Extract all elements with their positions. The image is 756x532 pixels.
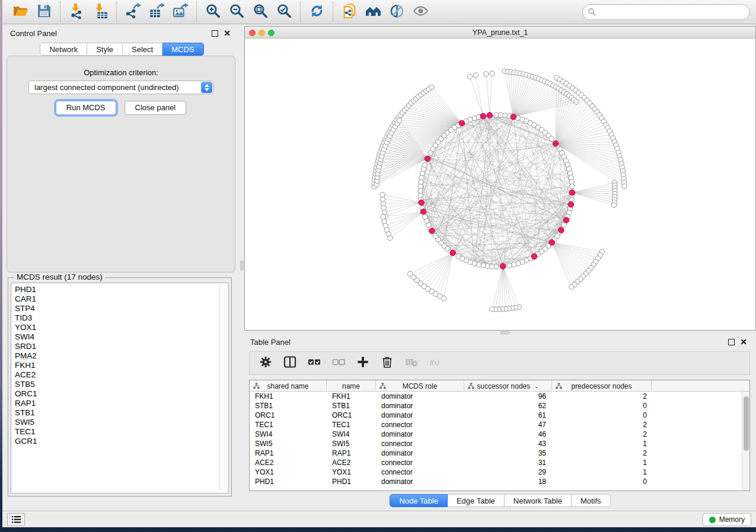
table-cell[interactable]: connector [376, 420, 464, 430]
float-panel-icon[interactable] [212, 30, 218, 37]
delete-row-button[interactable] [379, 355, 395, 371]
table-cell[interactable]: TEC1 [327, 420, 376, 430]
table-cell[interactable]: 35 [464, 448, 552, 458]
mcds-result-item[interactable]: SWI5 [11, 418, 228, 427]
table-cell[interactable]: connector [376, 467, 464, 477]
table-cell[interactable]: YOX1 [250, 467, 327, 477]
table-cell[interactable]: 46 [464, 430, 552, 439]
close-panel-icon[interactable]: ✕ [740, 337, 747, 347]
mcds-result-item[interactable]: YOX1 [11, 323, 228, 332]
table-cell[interactable]: SWI5 [327, 439, 376, 448]
zoom-fit-button[interactable] [248, 1, 272, 23]
table-cell[interactable]: 31 [464, 458, 552, 467]
table-cell[interactable]: 0 [552, 477, 652, 486]
mcds-hub-node[interactable] [549, 239, 555, 245]
table-cell[interactable]: 47 [464, 420, 552, 430]
column-header-predecessor-nodes[interactable]: predecessor nodes [552, 380, 652, 392]
network-window-titlebar[interactable]: YPA_prune.txt_1 [245, 27, 755, 39]
mcds-result-item[interactable]: ORC1 [11, 389, 228, 399]
table-cell[interactable]: 2 [552, 392, 652, 401]
mcds-hub-node[interactable] [480, 113, 486, 119]
mcds-hub-node[interactable] [531, 254, 537, 259]
mcds-result-item[interactable]: ACE2 [11, 370, 228, 380]
table-cell[interactable]: 43 [464, 439, 552, 448]
table-cell[interactable]: STB1 [250, 401, 327, 411]
table-cell[interactable]: dominator [376, 448, 464, 458]
horizontal-splitter[interactable] [244, 331, 756, 335]
run-mcds-button[interactable]: Run MCDS [56, 101, 116, 115]
table-cell[interactable]: ACE2 [250, 458, 327, 467]
table-cell[interactable]: dominator [376, 392, 464, 401]
tab-edge-table[interactable]: Edge Table [448, 494, 505, 507]
zoom-in-button[interactable] [201, 1, 225, 23]
splitter-grip[interactable] [500, 331, 510, 334]
export-network-button[interactable] [121, 1, 145, 23]
open-button[interactable] [8, 1, 32, 23]
table-cell[interactable]: dominator [376, 477, 464, 486]
table-cell[interactable]: 96 [464, 392, 552, 401]
tab-node-table[interactable]: Node Table [390, 494, 448, 507]
mcds-result-item[interactable]: PHD1 [11, 285, 228, 294]
hide-graphics-details-button[interactable] [385, 1, 409, 23]
table-cell[interactable]: SWI4 [327, 430, 376, 439]
deselect-all-button[interactable] [331, 355, 346, 371]
mcds-result-item[interactable]: STP4 [11, 304, 228, 313]
mcds-result-item[interactable]: GCR1 [11, 437, 228, 446]
network-canvas[interactable] [245, 39, 755, 330]
mcds-hub-node[interactable] [500, 264, 506, 270]
import-table-button[interactable] [88, 1, 112, 23]
mcds-result-item[interactable]: SWI4 [11, 332, 228, 342]
mcds-result-item[interactable]: CAR1 [11, 294, 228, 304]
share-document-button[interactable] [337, 1, 361, 23]
splitter-grip[interactable] [240, 261, 244, 270]
mcds-result-item[interactable]: STB5 [11, 380, 228, 389]
table-row[interactable]: ACE2ACE2connector311 [250, 458, 749, 467]
table-cell[interactable]: ORC1 [250, 411, 327, 420]
mcds-hub-node[interactable] [487, 113, 493, 118]
show-graphics-details-button[interactable] [409, 1, 432, 23]
mcds-result-item[interactable]: STB1 [11, 408, 228, 418]
table-row[interactable]: RAP1RAP1dominator352 [250, 448, 749, 458]
column-header-successor-nodes[interactable]: successor nodes⌄ [464, 380, 552, 392]
export-table-button[interactable] [145, 1, 168, 23]
table-cell[interactable]: STB1 [327, 401, 376, 411]
table-row[interactable]: FKH1FKH1dominator962 [250, 392, 749, 401]
mcds-hub-node[interactable] [459, 120, 465, 126]
table-cell[interactable]: 2 [552, 430, 652, 439]
table-cell[interactable]: 29 [464, 467, 552, 477]
mcds-hub-node[interactable] [563, 217, 569, 223]
table-cell[interactable]: 62 [464, 401, 552, 411]
table-scrollbar[interactable] [742, 392, 749, 491]
table-cell[interactable]: ORC1 [327, 411, 376, 420]
mcds-hub-node[interactable] [559, 227, 564, 233]
table-cell[interactable]: 61 [464, 411, 552, 420]
table-row[interactable]: STB1STB1dominator620 [250, 401, 749, 411]
mcds-hub-node[interactable] [450, 250, 456, 256]
add-row-button[interactable] [355, 355, 371, 371]
list-scrollbar[interactable] [219, 286, 227, 491]
table-cell[interactable]: RAP1 [250, 448, 327, 458]
tab-style[interactable]: Style [87, 43, 123, 56]
optimization-criterion-select[interactable]: largest connected component (undirected) [28, 81, 213, 94]
table-cell[interactable]: SWI4 [250, 430, 327, 439]
mcds-result-item[interactable]: FKH1 [11, 361, 228, 370]
tab-mcds[interactable]: MCDS [162, 43, 203, 56]
mcds-hub-node[interactable] [553, 141, 559, 147]
search-box[interactable] [582, 4, 750, 20]
column-header-MCDS-role[interactable]: MCDS role [376, 380, 464, 392]
mcds-result-item[interactable]: PMA2 [11, 351, 228, 361]
table-cell[interactable]: 1 [552, 439, 652, 448]
table-cell[interactable]: 0 [552, 401, 652, 411]
tab-motifs[interactable]: Motifs [572, 494, 611, 507]
table-row[interactable]: YOX1YOX1connector291 [250, 467, 749, 477]
zoom-out-button[interactable] [225, 1, 248, 23]
mcds-result-item[interactable]: TEC1 [11, 427, 228, 437]
table-cell[interactable]: 0 [552, 411, 652, 420]
tab-network[interactable]: Network [40, 43, 87, 56]
table-cell[interactable]: PHD1 [250, 477, 327, 486]
table-cell[interactable]: SWI5 [250, 439, 327, 448]
vertical-splitter[interactable] [240, 26, 244, 510]
task-history-button[interactable] [7, 513, 25, 526]
table-cell[interactable]: FKH1 [327, 392, 376, 401]
table-row[interactable]: PHD1PHD1dominator180 [250, 477, 749, 486]
